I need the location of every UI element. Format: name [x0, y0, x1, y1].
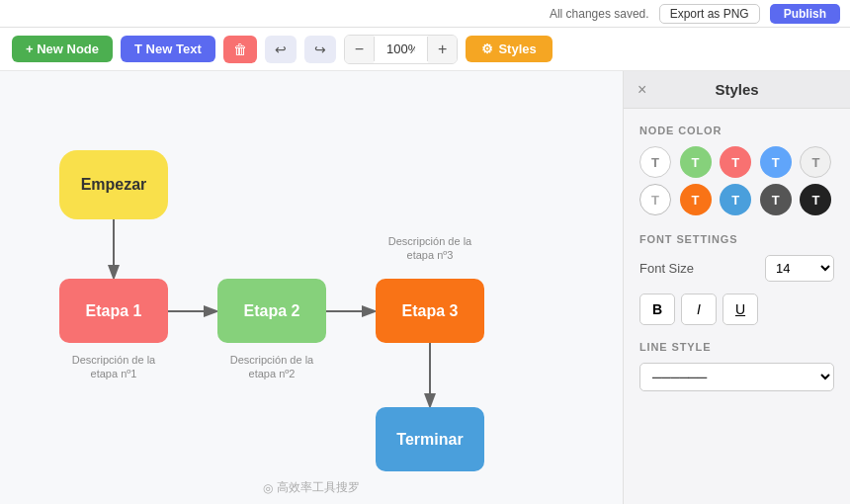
label-etapa1: Descripción de laetapa nº1	[35, 353, 193, 381]
panel-header: × Styles	[624, 71, 850, 109]
font-size-select[interactable]: 14 10 12 16 18 20 24	[765, 255, 834, 282]
delete-button[interactable]: 🗑	[223, 36, 257, 63]
swatch-green[interactable]: T	[680, 146, 712, 178]
toolbar: + New Node T New Text 🗑 ↩ ↪ − + ⚙ Styles	[0, 28, 850, 71]
label-etapa3: Descripción de laetapa nº3	[351, 234, 509, 263]
swatch-dark[interactable]: T	[760, 184, 792, 215]
panel-title: Styles	[715, 81, 758, 98]
bold-button[interactable]: B	[639, 294, 675, 325]
panel-close-button[interactable]: ×	[638, 81, 646, 99]
swatch-blue[interactable]: T	[760, 146, 792, 178]
font-size-label: Font Size	[639, 261, 755, 276]
underline-button[interactable]: U	[722, 294, 758, 325]
styles-button[interactable]: ⚙ Styles	[466, 36, 552, 62]
label-etapa2: Descripción de laetapa nº2	[193, 353, 351, 381]
gear-icon: ⚙	[481, 42, 493, 56]
swatch-darkest[interactable]: T	[800, 184, 831, 215]
zoom-in-button[interactable]: +	[428, 36, 457, 63]
undo-icon: ↩	[275, 42, 287, 57]
zoom-control: − +	[344, 35, 459, 64]
node-etapa1[interactable]: Etapa 1	[59, 279, 168, 343]
main-area: Empezar Etapa 1 Etapa 2 Etapa 3 Terminar…	[0, 71, 850, 504]
node-etapa2[interactable]: Etapa 2	[217, 279, 326, 343]
font-settings-title: FONT SETTINGS	[639, 233, 834, 245]
new-node-button[interactable]: + New Node	[12, 36, 113, 62]
node-etapa3[interactable]: Etapa 3	[376, 279, 484, 343]
redo-icon: ↪	[314, 42, 326, 57]
styles-panel: × Styles NODE COLOR T T T T T T T T T T	[623, 71, 850, 504]
node-empezar[interactable]: Empezar	[59, 150, 168, 219]
top-bar: All changes saved. Export as PNG Publish	[0, 0, 850, 28]
swatch-orange[interactable]: T	[680, 184, 712, 215]
font-settings-section: FONT SETTINGS Font Size 14 10 12 16 18 2…	[639, 233, 834, 325]
panel-body: NODE COLOR T T T T T T T T T T FONT SETT…	[624, 109, 850, 504]
canvas[interactable]: Empezar Etapa 1 Etapa 2 Etapa 3 Terminar…	[0, 71, 623, 504]
undo-button[interactable]: ↩	[265, 36, 297, 63]
export-png-button[interactable]: Export as PNG	[659, 4, 760, 24]
font-style-row: B I U	[639, 294, 834, 325]
redo-button[interactable]: ↪	[304, 36, 336, 63]
swatch-white[interactable]: T	[639, 146, 671, 178]
swatch-red[interactable]: T	[720, 146, 751, 178]
zoom-input[interactable]	[374, 37, 428, 61]
swatch-light[interactable]: T	[800, 146, 831, 178]
line-style-select[interactable]: ────── - - - - ·······	[639, 363, 834, 391]
trash-icon: 🗑	[233, 42, 247, 57]
zoom-out-button[interactable]: −	[345, 36, 374, 63]
watermark: ◎ 高效率工具搜罗	[263, 479, 360, 496]
node-terminar[interactable]: Terminar	[376, 407, 484, 471]
line-style-title: LINE STYLE	[639, 341, 834, 353]
save-status: All changes saved.	[550, 7, 649, 21]
node-color-title: NODE COLOR	[639, 125, 834, 136]
publish-button[interactable]: Publish	[770, 4, 840, 24]
italic-button[interactable]: I	[681, 294, 717, 325]
swatch-teal[interactable]: T	[720, 184, 751, 215]
swatch-gray-outline[interactable]: T	[639, 184, 671, 215]
new-text-button[interactable]: T New Text	[121, 36, 215, 62]
node-color-section: NODE COLOR T T T T T T T T T T	[639, 125, 834, 215]
watermark-icon: ◎	[263, 481, 273, 495]
color-swatch-grid: T T T T T T T T T T	[639, 146, 834, 215]
font-size-row: Font Size 14 10 12 16 18 20 24	[639, 255, 834, 282]
line-style-section: LINE STYLE ────── - - - - ·······	[639, 341, 834, 391]
